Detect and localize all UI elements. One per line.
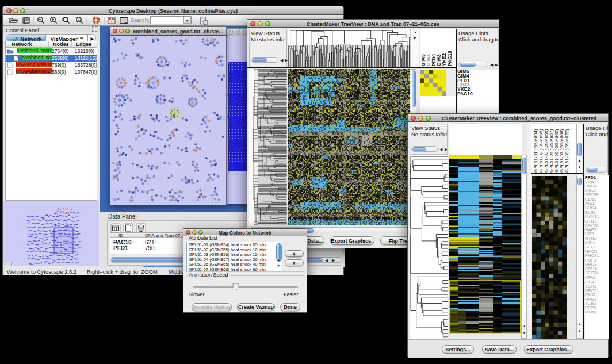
svg-text:GPL51-08 (GSM872): GPL51-08 (GSM872)	[564, 129, 569, 173]
svg-text:GPL51-02 (GSM855): GPL51-02 (GSM855)	[538, 129, 544, 173]
svg-text:GPL51-01 (GSM854): GPL51-01 (GSM854)	[533, 129, 538, 173]
svg-text:GPL51-07 (GSM868): GPL51-07 (GSM868)	[559, 129, 564, 173]
svg-text:YKE2: YKE2	[441, 53, 447, 66]
svg-text:1:1: 1:1	[78, 18, 82, 21]
svg-text:PAC10: PAC10	[447, 51, 453, 66]
svg-text:GPL51-04 (GSM857): GPL51-04 (GSM857)	[549, 129, 554, 173]
svg-text:GPL51-03 (GSM856): GPL51-03 (GSM856)	[544, 129, 549, 173]
svg-text:GPL51-06 (GSM865): GPL51-06 (GSM865)	[554, 129, 559, 173]
